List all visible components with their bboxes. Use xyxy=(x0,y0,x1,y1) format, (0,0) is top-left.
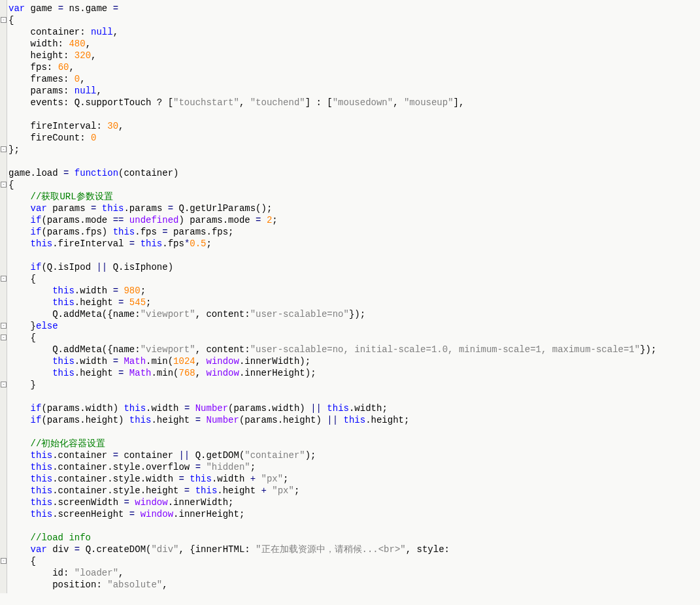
code-line[interactable]: fireCount: 0 xyxy=(8,132,700,144)
code-line[interactable]: id: "loader", xyxy=(8,567,700,579)
fold-marker-close[interactable]: - xyxy=(1,146,7,152)
code-line[interactable]: height: 320, xyxy=(8,50,700,61)
code-line[interactable]: params: null, xyxy=(8,85,700,97)
code-line[interactable]: this.container.style.overflow = "hidden"… xyxy=(8,461,700,473)
code-line[interactable]: this.container.style.height = this.heigh… xyxy=(8,485,700,497)
code-line[interactable]: //load info xyxy=(8,532,700,544)
code-line[interactable]: this.fireInterval = this.fps*0.5; xyxy=(8,238,700,250)
code-line[interactable]: { xyxy=(8,179,700,191)
code-line[interactable]: { xyxy=(8,14,700,26)
code-line[interactable]: this.width = 980; xyxy=(8,285,700,297)
code-line[interactable]: var params = this.params = Q.getUrlParam… xyxy=(8,203,700,214)
code-line[interactable]: if(params.fps) this.fps = params.fps; xyxy=(8,226,700,238)
code-line[interactable]: fps: 60, xyxy=(8,61,700,73)
code-line[interactable]: this.container = container || Q.getDOM("… xyxy=(8,450,700,461)
code-line[interactable]: //初始化容器设置 xyxy=(8,438,700,450)
code-line[interactable] xyxy=(8,520,700,532)
code-line[interactable]: }else xyxy=(8,320,700,332)
code-line[interactable]: //获取URL参数设置 xyxy=(8,191,700,203)
code-line[interactable]: this.screenHeight = window.innerHeight; xyxy=(8,508,700,520)
code-line[interactable]: if(params.height) this.height = Number(p… xyxy=(8,414,700,426)
code-line[interactable]: this.screenWidth = window.innerWidth; xyxy=(8,497,700,508)
code-line[interactable]: var game = ns.game = xyxy=(8,3,700,14)
fold-marker-close[interactable]: - xyxy=(1,382,7,387)
fold-marker-open[interactable]: - xyxy=(1,335,7,340)
code-line[interactable]: Q.addMeta({name:"viewport", content:"use… xyxy=(8,308,700,320)
code-line[interactable]: } xyxy=(8,379,700,391)
code-line[interactable]: container: null, xyxy=(8,26,700,38)
code-line[interactable]: this.width = Math.min(1024, window.inner… xyxy=(8,355,700,367)
code-line[interactable]: Q.addMeta({name:"viewport", content:"use… xyxy=(8,344,700,355)
code-line[interactable]: events: Q.supportTouch ? ["touchstart", … xyxy=(8,97,700,108)
code-line[interactable]: { xyxy=(8,555,700,567)
code-line[interactable] xyxy=(8,391,700,402)
fold-marker-open[interactable]: - xyxy=(1,182,7,188)
fold-marker-open[interactable]: - xyxy=(1,276,7,282)
code-line[interactable]: var div = Q.createDOM("div", {innerHTML:… xyxy=(8,544,700,555)
fold-gutter[interactable]: -------- xyxy=(0,0,7,593)
code-line[interactable]: game.load = function(container) xyxy=(8,167,700,179)
code-line[interactable] xyxy=(8,250,700,261)
code-line[interactable]: width: 480, xyxy=(8,38,700,50)
code-line[interactable] xyxy=(8,426,700,438)
code-line[interactable]: fireInterval: 30, xyxy=(8,120,700,132)
code-line[interactable]: if(Q.isIpod || Q.isIphone) xyxy=(8,261,700,273)
code-line[interactable]: if(params.width) this.width = Number(par… xyxy=(8,402,700,414)
code-area[interactable]: var game = ns.game ={ container: null, w… xyxy=(7,0,700,593)
code-line[interactable] xyxy=(8,108,700,120)
code-line[interactable]: if(params.mode == undefined) params.mode… xyxy=(8,214,700,226)
fold-marker-close[interactable]: - xyxy=(1,323,7,329)
code-line[interactable]: this.container.style.width = this.width … xyxy=(8,473,700,485)
code-editor[interactable]: -------- var game = ns.game ={ container… xyxy=(0,0,700,593)
code-line[interactable]: { xyxy=(8,273,700,285)
code-line[interactable]: position: "absolute", xyxy=(8,579,700,591)
fold-marker-open[interactable]: - xyxy=(1,558,7,564)
code-line[interactable] xyxy=(8,155,700,167)
code-line[interactable]: this.height = 545; xyxy=(8,297,700,308)
code-line[interactable]: { xyxy=(8,332,700,344)
code-line[interactable]: frames: 0, xyxy=(8,73,700,85)
fold-marker-open[interactable]: - xyxy=(1,17,7,23)
code-line[interactable]: this.height = Math.min(768, window.inner… xyxy=(8,367,700,379)
code-line[interactable]: }; xyxy=(8,144,700,155)
